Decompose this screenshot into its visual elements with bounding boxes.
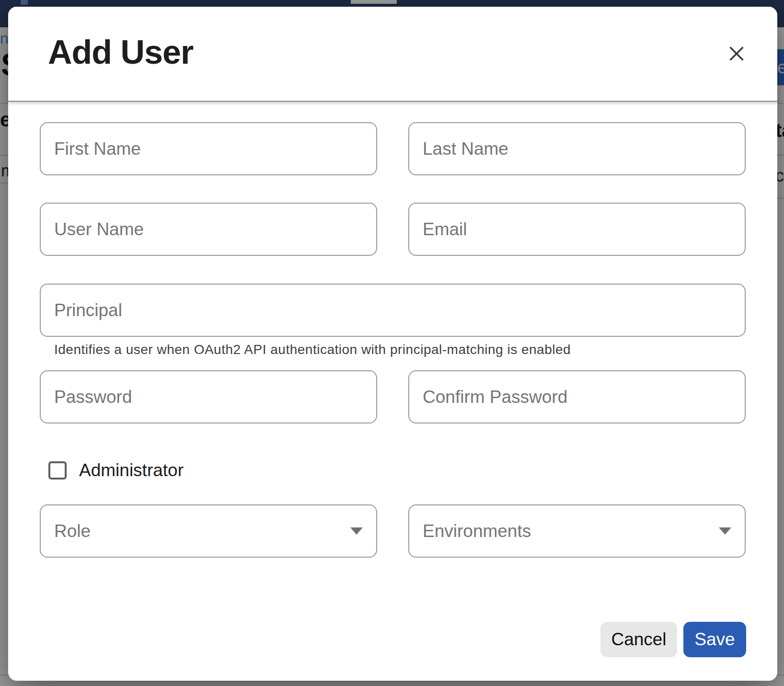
user-name-input[interactable] [40,203,377,256]
email-field-wrapper [408,203,746,256]
user-name-field-wrapper [40,203,377,256]
dialog-title: Add User [48,33,193,71]
last-name-input[interactable] [408,122,746,175]
page: n S e m er ta ct Add User [0,0,784,686]
dialog-actions: Cancel Save [8,622,777,657]
save-button[interactable]: Save [683,622,746,657]
close-button[interactable] [723,40,750,67]
principal-helper-text: Identifies a user when OAuth2 API authen… [54,342,571,357]
first-name-input[interactable] [40,122,377,175]
role-select-placeholder: Role [54,521,350,541]
email-input[interactable] [408,203,746,256]
environments-select[interactable]: Environments [408,504,746,558]
confirm-password-input[interactable] [408,370,746,423]
last-name-field-wrapper [408,122,746,175]
confirm-password-field-wrapper [408,370,746,423]
administrator-checkbox[interactable] [48,461,67,480]
chevron-down-icon [719,527,731,535]
dialog-header: Add User [8,7,777,102]
add-user-dialog: Add User Identifies a user when OAut [8,7,777,681]
administrator-checkbox-label: Administrator [79,460,184,480]
cancel-button[interactable]: Cancel [600,622,677,657]
administrator-checkbox-row[interactable]: Administrator [48,461,184,480]
role-select[interactable]: Role [40,504,377,558]
close-icon [726,43,748,65]
first-name-field-wrapper [40,122,377,175]
password-input[interactable] [40,370,377,423]
chevron-down-icon [350,527,363,535]
environments-select-placeholder: Environments [423,521,719,541]
password-field-wrapper [40,370,377,423]
principal-input[interactable] [40,284,746,337]
principal-field-wrapper [40,284,746,337]
